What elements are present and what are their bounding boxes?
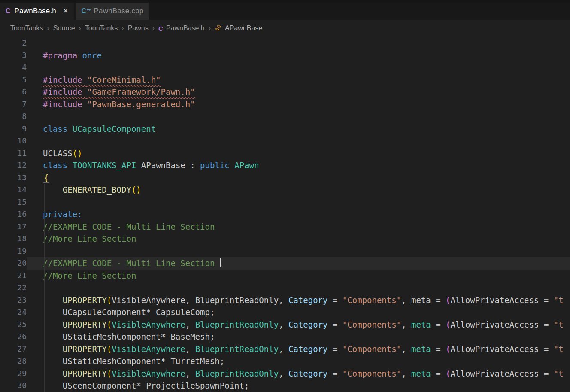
token: ( [107, 295, 112, 305]
token: () [73, 149, 82, 158]
breadcrumb-item-toontanks[interactable]: ToonTanks [10, 24, 43, 32]
breadcrumb-item-toontanks2[interactable]: ToonTanks [85, 24, 118, 32]
tab-pawnbase-h[interactable]: C PawnBase.h ✕ [0, 3, 74, 20]
token: UPROPERTY [63, 320, 107, 329]
line-number[interactable]: 17 [0, 221, 27, 233]
token: #include [43, 87, 82, 97]
code-line[interactable]: 19 [0, 245, 570, 258]
code-editor[interactable]: 23#pragma once45#include "CoreMinimal.h"… [0, 37, 570, 392]
line-number[interactable]: 27 [0, 343, 27, 356]
code-line[interactable]: 15 [0, 196, 570, 209]
line-number[interactable]: 28 [0, 355, 27, 368]
code-line[interactable]: 24 UCapsuleComponent* CapsuleComp; [0, 306, 570, 319]
code-line[interactable]: 26 UStaticMeshComponent* BaseMesh; [0, 331, 570, 343]
breadcrumb-item-pawns[interactable]: Pawns [128, 24, 149, 32]
line-number[interactable]: 12 [0, 159, 27, 172]
token: = [328, 295, 343, 305]
line-number[interactable]: 8 [0, 110, 27, 123]
token: #pragma [43, 51, 77, 60]
close-icon[interactable]: ✕ [63, 8, 68, 15]
token: //More Line Section [43, 271, 136, 280]
token: , [401, 320, 411, 329]
code-line[interactable]: 2 [0, 37, 570, 49]
token: = [328, 369, 343, 378]
code-line[interactable]: 7#include "PawnBase.generated.h" [0, 98, 570, 111]
token: "t [554, 295, 564, 305]
code-line[interactable]: 3#pragma once [0, 49, 570, 62]
code-line-text: #pragma once [27, 49, 570, 62]
token: = [431, 344, 446, 354]
code-line[interactable]: 17//EXAMPLE CODE - Multi Line Section [0, 221, 570, 233]
line-number[interactable]: 19 [0, 245, 27, 258]
token: "t [554, 369, 564, 378]
line-number[interactable]: 22 [0, 282, 27, 294]
line-number[interactable]: 3 [0, 49, 27, 62]
breadcrumb-item-source[interactable]: Source [53, 24, 75, 32]
line-number[interactable]: 26 [0, 331, 27, 343]
line-number[interactable]: 10 [0, 135, 27, 147]
code-line[interactable]: 23 UPROPERTY(VisibleAnywhere, BlueprintR… [0, 294, 570, 307]
tab-bar-filler [149, 3, 570, 20]
line-number[interactable]: 5 [0, 74, 27, 86]
token: UCapsuleComponent [73, 124, 156, 134]
code-line[interactable]: 12class TOONTANKS_API APawnBase : public… [0, 159, 570, 172]
text-cursor [220, 258, 221, 267]
code-line[interactable]: 13{ [0, 172, 570, 184]
code-line[interactable]: 18//More Line Section [0, 233, 570, 245]
breadcrumb-item-class[interactable]: APawnBase [215, 24, 262, 32]
line-number[interactable]: 23 [0, 294, 27, 307]
code-line[interactable]: 21//More Line Section [0, 270, 570, 282]
code-line[interactable]: 4 [0, 61, 570, 74]
token [67, 161, 72, 170]
token: ( [446, 295, 450, 305]
line-number[interactable]: 14 [0, 184, 27, 196]
line-number[interactable]: 6 [0, 86, 27, 98]
line-number[interactable]: 7 [0, 98, 27, 111]
token: class [43, 124, 67, 134]
code-line[interactable]: 28 UStaticMeshComponent* TurretMesh; [0, 355, 570, 368]
code-line[interactable]: 25 UPROPERTY(VisibleAnywhere, BlueprintR… [0, 319, 570, 331]
code-line[interactable]: 27 UPROPERTY(VisibleAnywhere, BlueprintR… [0, 343, 570, 356]
line-number[interactable]: 15 [0, 196, 27, 209]
code-line-text: UPROPERTY(VisibleAnywhere, BlueprintRead… [27, 294, 570, 307]
token [43, 344, 63, 354]
code-line[interactable]: 20//EXAMPLE CODE - Multi Line Section [0, 257, 570, 270]
code-line[interactable]: 10 [0, 135, 570, 147]
line-number[interactable]: 9 [0, 123, 27, 135]
token: meta [411, 369, 431, 378]
breadcrumb-item-file[interactable]: C PawnBase.h [158, 24, 205, 32]
line-number[interactable]: 16 [0, 208, 27, 221]
token: ( [446, 344, 450, 354]
code-line[interactable]: 8 [0, 110, 570, 123]
line-number[interactable]: 4 [0, 61, 27, 74]
breadcrumb: ToonTanks › Source › ToonTanks › Pawns ›… [0, 20, 570, 37]
line-number[interactable]: 25 [0, 319, 27, 331]
code-line[interactable]: 30 USceneComponent* ProjectileSpawnPoint… [0, 380, 570, 392]
token: BlueprintReadOnly [195, 369, 279, 378]
line-number[interactable]: 30 [0, 380, 27, 392]
code-line[interactable]: 14 GENERATED_BODY() [0, 184, 570, 196]
line-number[interactable]: 20 [0, 257, 27, 270]
line-number[interactable]: 2 [0, 37, 27, 49]
code-line[interactable]: 9class UCapsuleComponent [0, 123, 570, 135]
token: , [279, 320, 288, 329]
code-line[interactable]: 6#include "GameFramework/Pawn.h" [0, 86, 570, 98]
tab-pawnbase-cpp[interactable]: C++ PawnBase.cpp [76, 3, 149, 20]
token [67, 124, 72, 134]
code-line[interactable]: 22 [0, 282, 570, 294]
line-number[interactable]: 13 [0, 172, 27, 184]
line-number[interactable]: 21 [0, 270, 27, 282]
code-line[interactable]: 29 UPROPERTY(VisibleAnywhere, BlueprintR… [0, 368, 570, 380]
line-number[interactable]: 18 [0, 233, 27, 245]
line-number[interactable]: 29 [0, 368, 27, 380]
token: { [43, 173, 49, 183]
line-number[interactable]: 24 [0, 306, 27, 319]
code-line[interactable]: 11UCLASS() [0, 147, 570, 160]
token: //EXAMPLE CODE - Multi Line Section [43, 258, 220, 268]
line-number[interactable]: 11 [0, 147, 27, 160]
code-line-text: UCLASS() [27, 147, 570, 160]
code-line[interactable]: 16private: [0, 208, 570, 221]
code-line[interactable]: 5#include "CoreMinimal.h" [0, 74, 570, 86]
token: VisibleAnywhere [112, 344, 185, 354]
token [82, 75, 87, 85]
